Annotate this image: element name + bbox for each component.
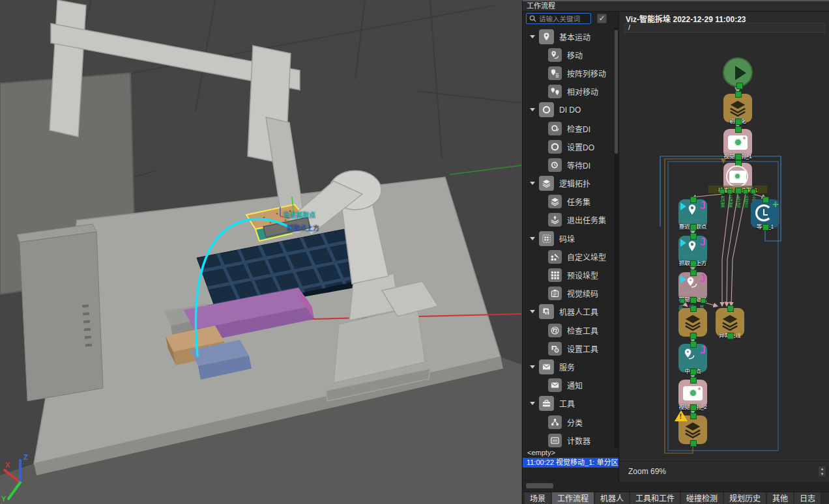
tree-item-check-di[interactable]: 检查DI — [523, 119, 614, 137]
warning-icon: ! — [675, 410, 688, 421]
node-wait-1[interactable]: + 等待_1 — [751, 199, 779, 228]
annotation-above-point: 抓取点上方 — [287, 223, 319, 232]
tree-horizontal-scrollbar[interactable] — [526, 483, 553, 488]
tab-scene[interactable]: 场景 — [525, 492, 551, 504]
node-place[interactable]: ! 放 — [678, 415, 707, 444]
node-vision-recognize-1[interactable]: 视觉识别_1 — [723, 129, 752, 158]
zoom-level: Zoom 69% — [628, 467, 666, 476]
tree-item-preset-pattern[interactable]: 预设垛型 — [523, 266, 614, 284]
control-cabinet — [17, 224, 103, 401]
step-library: ✓ 基本运动 移动 按阵列移动 相对移动 DI DO 检查DI 设置DO 等待D… — [523, 12, 618, 482]
axis-z-label: Z — [23, 453, 28, 461]
gripper-check-icon — [548, 324, 562, 337]
search-icon — [529, 15, 536, 22]
tree-item-counter[interactable]: 计数器 — [523, 431, 614, 448]
pallet-edit-icon — [548, 250, 562, 264]
tree-item-custom-pattern[interactable]: 自定义垛型 — [523, 247, 614, 266]
collapse-arrow-icon[interactable] — [530, 237, 535, 240]
tab-log[interactable]: 日志 — [794, 492, 821, 504]
node-init[interactable]: 初始化 — [723, 94, 752, 122]
port-label: 未完成 — [735, 195, 741, 207]
tab-workflow[interactable]: 工作流程 — [552, 492, 594, 504]
tree-item-task-set[interactable]: 任务集 — [523, 193, 614, 211]
tree-item-move-by-array[interactable]: 按阵列移动 — [523, 64, 614, 82]
tree-item-check-tool[interactable]: 检查工具 — [523, 321, 614, 339]
collapse-arrow-icon[interactable] — [530, 182, 535, 185]
tree-group-logic-topology[interactable]: 逻辑拓扑 — [523, 175, 614, 193]
node-above-grasp-point[interactable]: J 抓取点上方 — [678, 236, 707, 264]
node-port[interactable] — [720, 189, 725, 194]
tree-item-wait-di[interactable]: 等待DI — [523, 156, 614, 174]
search-box[interactable] — [526, 13, 591, 24]
node-port[interactable] — [743, 189, 748, 194]
node-check-vision-result-1[interactable]: 检查视觉结果_1 — [723, 163, 752, 191]
pin-icon — [683, 346, 696, 362]
tree-item-set-tool[interactable]: 设置工具 — [523, 339, 614, 357]
box-code-icon — [548, 287, 562, 300]
pin-move-icon — [548, 48, 562, 62]
mail-icon — [548, 378, 562, 392]
node-port[interactable] — [680, 298, 685, 303]
tab-tools-workpieces[interactable]: 工具和工件 — [630, 492, 680, 504]
zoom-spinner[interactable]: ▲▼ — [818, 466, 826, 477]
axis-y-label: Y — [1, 495, 7, 503]
gripper-icon — [539, 304, 554, 319]
classify-icon — [548, 415, 562, 429]
tree-item-relative-move[interactable]: 相对移动 — [523, 83, 614, 101]
joint-move-icon: J — [700, 344, 706, 356]
ring-check-icon — [548, 122, 562, 135]
camera-icon — [728, 135, 748, 150]
node-port[interactable] — [751, 189, 756, 194]
collapse-arrow-icon[interactable] — [530, 310, 535, 313]
layers-icon — [720, 313, 740, 332]
node-approach-grasp-point[interactable]: J 靠近抓取点 — [678, 199, 707, 228]
counter-icon — [548, 434, 562, 447]
axis-x-label: X — [5, 461, 10, 469]
ring-wait-icon — [548, 158, 562, 172]
node-port[interactable] — [701, 298, 706, 303]
layers-exit-icon — [548, 213, 562, 227]
tree-group-basic-motion[interactable]: 基本运动 — [523, 27, 614, 46]
port-label: 拍照点 — [743, 195, 749, 207]
tab-others[interactable]: 其他 — [767, 492, 793, 504]
tree-item-exit-task-set[interactable]: 退出任务集 — [523, 211, 614, 229]
tree-item-set-do[interactable]: 设置DO — [523, 137, 614, 156]
node-port[interactable] — [727, 189, 733, 194]
tree-group-palletizing[interactable]: 码垛 — [523, 229, 614, 247]
tab-plan-history[interactable]: 规划历史 — [724, 492, 766, 504]
collapse-arrow-icon[interactable] — [530, 35, 535, 38]
tree-scrollbar[interactable] — [615, 27, 618, 448]
tab-robot[interactable]: 机器人 — [595, 492, 629, 504]
port-label: 有结果 — [720, 195, 725, 207]
3d-viewport[interactable]: X Z Y 靠近抓取点 抓取点上方 — [0, 0, 522, 504]
tree-group-tools[interactable]: 工具 — [523, 395, 614, 413]
pallet-icon — [539, 231, 554, 246]
node-vision-recognize-2[interactable]: 视觉识别_2 — [678, 380, 707, 408]
start-node[interactable] — [723, 57, 753, 87]
tree-item-move[interactable]: 移动 — [523, 46, 614, 64]
collapse-arrow-icon[interactable] — [530, 108, 535, 111]
search-input[interactable] — [539, 15, 588, 23]
port-label: 无结果 — [727, 195, 733, 207]
bottom-tab-bar: 场景 工作流程 机器人 工具和工件 碰撞检测 规划历史 其他 日志 — [523, 492, 829, 504]
node-exception-handle[interactable]: 异常处理 — [716, 308, 744, 337]
tree-group-robot-tool[interactable]: 机器人工具 — [523, 303, 614, 321]
filter-checkbox[interactable]: ✓ — [597, 14, 607, 23]
application-window: X Z Y 靠近抓取点 抓取点上方 工作流程 ✓ 基本运动 — [0, 0, 829, 504]
node-mid-point[interactable]: J 中间点 — [678, 344, 707, 372]
collapse-arrow-icon[interactable] — [530, 402, 535, 405]
status-empty-label: <empty> — [527, 449, 555, 456]
node-vision-move-1[interactable]: J 视觉移动_1 — [678, 272, 707, 301]
camera-icon — [683, 386, 703, 400]
workflow-canvas[interactable]: Viz-智能拆垛 2022-12-29 11:00:23 / — [618, 12, 829, 482]
log-line-selected[interactable]: 11:00:22 视觉移动_1: 单分区方形 — [523, 458, 618, 468]
tree-group-di-do[interactable]: DI DO — [523, 101, 614, 119]
collapse-arrow-icon[interactable] — [530, 365, 535, 369]
tree-group-service[interactable]: 服务 — [523, 357, 614, 376]
tab-collision-detect[interactable]: 碰撞检测 — [681, 492, 723, 504]
pin-icon — [686, 202, 699, 217]
layers-icon — [728, 98, 748, 118]
tree-item-notify[interactable]: 通知 — [523, 376, 614, 395]
tree-item-vision-continue[interactable]: 视觉续码 — [523, 285, 614, 303]
tree-item-classify[interactable]: 分类 — [523, 413, 614, 431]
